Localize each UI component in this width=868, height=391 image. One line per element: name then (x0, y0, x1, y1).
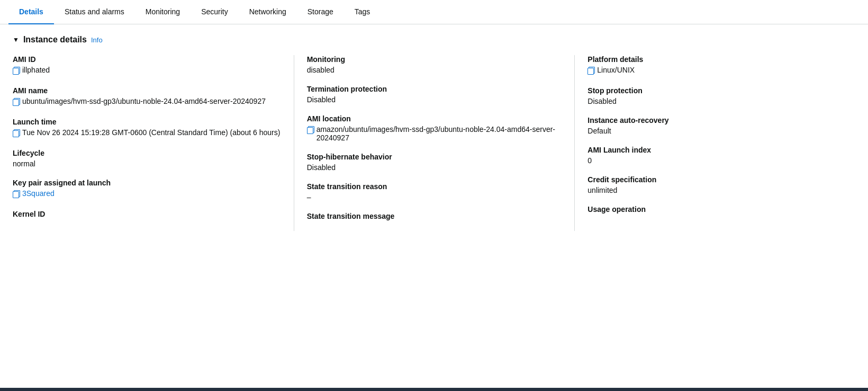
field-item: Stop-hibernate behaviorDisabled (307, 153, 562, 172)
field-item: Usage operation (587, 205, 843, 214)
field-item: Kernel ID (13, 210, 281, 218)
field-label: State transition reason (307, 182, 562, 191)
field-value: Default (587, 127, 843, 135)
field-value-text: illphated (22, 66, 50, 74)
details-col-0: AMI IDillphatedAMI nameubuntu/images/hvm… (13, 55, 294, 231)
tab-status-alarms[interactable]: Status and alarms (54, 0, 135, 24)
field-value-text: 3Squared (22, 189, 55, 198)
field-value: unlimited (587, 186, 843, 194)
tab-storage[interactable]: Storage (297, 0, 344, 24)
field-item: Launch timeTue Nov 26 2024 15:19:28 GMT-… (13, 118, 281, 138)
field-value-text: amazon/ubuntu/images/hvm-ssd-gp3/ubuntu-… (317, 125, 562, 142)
field-item: AMI IDillphated (13, 55, 281, 76)
field-value: illphated (13, 66, 281, 76)
tab-tags[interactable]: Tags (344, 0, 381, 24)
copy-icon-wrap: ubuntu/images/hvm-ssd-gp3/ubuntu-noble-2… (13, 97, 266, 105)
field-label: Termination protection (307, 85, 562, 93)
field-label: AMI Launch index (587, 146, 843, 154)
copy-icon-wrap: amazon/ubuntu/images/hvm-ssd-gp3/ubuntu-… (307, 125, 562, 142)
field-value: Linux/UNIX (587, 66, 843, 76)
field-item: Monitoringdisabled (307, 55, 562, 74)
field-item: State transition reason– (307, 182, 562, 201)
field-label: AMI ID (13, 55, 281, 64)
field-label: Kernel ID (13, 210, 281, 218)
field-value-text: Tue Nov 26 2024 15:19:28 GMT-0600 (Centr… (22, 128, 280, 137)
field-value: amazon/ubuntu/images/hvm-ssd-gp3/ubuntu-… (307, 125, 562, 142)
copy-icon[interactable] (13, 98, 20, 105)
copy-icon[interactable] (13, 67, 20, 74)
field-value: Disabled (307, 163, 562, 172)
field-label: Lifecycle (13, 149, 281, 157)
field-item: Credit specificationunlimited (587, 175, 843, 194)
copy-icon-wrap: illphated (13, 66, 50, 74)
field-label: Instance auto-recovery (587, 116, 843, 125)
copy-icon[interactable] (587, 67, 595, 74)
info-link[interactable]: Info (91, 36, 103, 44)
field-item: State transition message (307, 212, 562, 220)
collapse-icon[interactable]: ▼ (13, 36, 19, 43)
section-header: ▼ Instance details Info (13, 35, 855, 45)
field-value: Tue Nov 26 2024 15:19:28 GMT-0600 (Centr… (13, 128, 281, 138)
copy-icon-wrap: 3Squared (13, 189, 55, 198)
field-label: State transition message (307, 212, 562, 220)
tab-bar: DetailsStatus and alarmsMonitoringSecuri… (0, 0, 868, 24)
field-value: Disabled (307, 95, 562, 104)
field-label: Key pair assigned at launch (13, 179, 281, 187)
field-label: Credit specification (587, 175, 843, 184)
details-col-2: Platform detailsLinux/UNIXStop protectio… (574, 55, 855, 231)
field-value: ubuntu/images/hvm-ssd-gp3/ubuntu-noble-2… (13, 97, 281, 107)
field-value: 0 (587, 156, 843, 165)
copy-icon[interactable] (13, 129, 20, 137)
field-value: disabled (307, 66, 562, 74)
copy-icon-wrap: Tue Nov 26 2024 15:19:28 GMT-0600 (Centr… (13, 128, 280, 137)
field-label: Platform details (587, 55, 843, 64)
field-value: – (307, 193, 562, 201)
field-label: Stop protection (587, 86, 843, 95)
field-value[interactable]: 3Squared (13, 189, 281, 199)
copy-icon[interactable] (307, 126, 314, 134)
copy-icon[interactable] (13, 190, 20, 198)
field-label: Monitoring (307, 55, 562, 64)
details-col-1: MonitoringdisabledTermination protection… (294, 55, 575, 231)
copy-icon-wrap: Linux/UNIX (587, 66, 635, 74)
field-item: AMI nameubuntu/images/hvm-ssd-gp3/ubuntu… (13, 86, 281, 107)
field-label: Launch time (13, 118, 281, 126)
field-label: Stop-hibernate behavior (307, 153, 562, 161)
field-label: AMI location (307, 114, 562, 123)
field-item: Stop protectionDisabled (587, 86, 843, 105)
field-item: AMI Launch index0 (587, 146, 843, 165)
section-title: Instance details (23, 35, 87, 45)
field-label: AMI name (13, 86, 281, 95)
field-item: Lifecyclenormal (13, 149, 281, 168)
tab-details[interactable]: Details (8, 0, 54, 24)
field-item: Termination protectionDisabled (307, 85, 562, 104)
field-label: Usage operation (587, 205, 843, 214)
field-item: Platform detailsLinux/UNIX (587, 55, 843, 76)
content-area: ▼ Instance details Info AMI IDillphatedA… (0, 24, 868, 242)
field-item: Instance auto-recoveryDefault (587, 116, 843, 135)
field-value: normal (13, 159, 281, 168)
details-grid: AMI IDillphatedAMI nameubuntu/images/hvm… (13, 55, 855, 231)
field-value-text: ubuntu/images/hvm-ssd-gp3/ubuntu-noble-2… (22, 97, 266, 105)
tab-security[interactable]: Security (191, 0, 239, 24)
field-value-text: Linux/UNIX (597, 66, 635, 74)
tab-networking[interactable]: Networking (239, 0, 297, 24)
field-value: Disabled (587, 97, 843, 105)
field-item: Key pair assigned at launch3Squared (13, 179, 281, 199)
field-item: AMI locationamazon/ubuntu/images/hvm-ssd… (307, 114, 562, 142)
tab-monitoring[interactable]: Monitoring (135, 0, 191, 24)
